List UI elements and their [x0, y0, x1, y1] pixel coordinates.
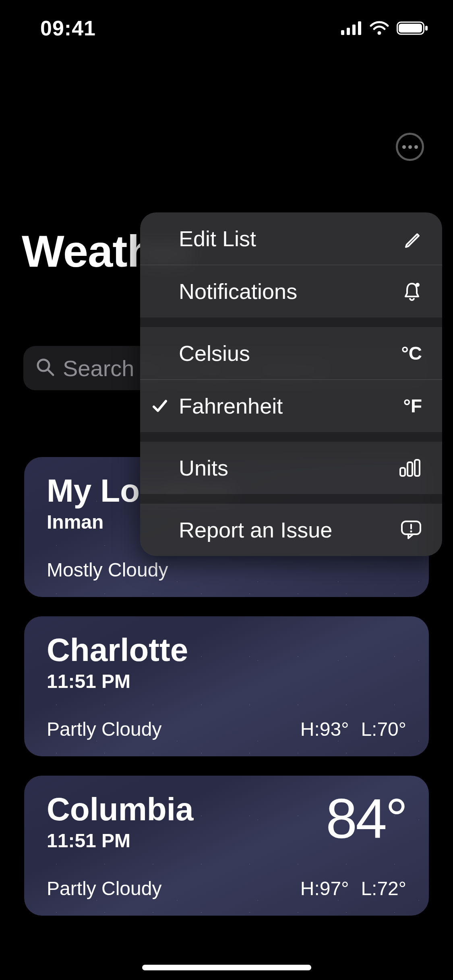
svg-rect-11: [400, 468, 405, 476]
svg-rect-12: [407, 462, 412, 476]
location-temp: 84°: [326, 793, 406, 844]
location-title: Charlotte: [47, 634, 188, 666]
svg-point-10: [416, 283, 420, 287]
menu-item-edit-list[interactable]: Edit List: [140, 212, 442, 265]
status-time: 09:41: [24, 16, 96, 40]
location-hi-lo: H:97° L:72°: [300, 877, 406, 900]
bars-icon: [399, 458, 422, 478]
ellipsis-icon: [402, 145, 406, 149]
status-bar: 09:41: [0, 0, 453, 56]
options-menu: Edit List Notifications Celsius °C Fahre…: [140, 212, 442, 556]
svg-point-4: [378, 31, 381, 35]
celsius-icon: °C: [401, 342, 422, 364]
menu-label: Notifications: [179, 279, 402, 304]
bell-icon: [402, 281, 422, 301]
svg-rect-2: [352, 25, 356, 35]
location-condition: Mostly Cloudy: [47, 559, 168, 581]
cellular-icon: [341, 21, 362, 35]
home-indicator[interactable]: [142, 965, 311, 970]
menu-item-report-issue[interactable]: Report an Issue: [140, 504, 442, 556]
menu-label: Units: [179, 455, 399, 480]
location-card[interactable]: Charlotte 11:51 PM Partly Cloudy H:93° L…: [24, 616, 429, 756]
wifi-icon: [369, 21, 389, 35]
svg-rect-0: [341, 30, 344, 35]
report-icon: [400, 520, 422, 540]
battery-icon: [397, 21, 429, 35]
menu-label: Fahrenheit: [179, 393, 403, 418]
location-condition: Partly Cloudy: [47, 877, 161, 900]
menu-item-celsius[interactable]: Celsius °C: [140, 327, 442, 379]
svg-rect-1: [347, 28, 350, 35]
svg-point-16: [410, 531, 412, 533]
menu-label: Report an Issue: [179, 517, 400, 542]
checkmark-icon: [140, 397, 179, 415]
location-subtitle: 11:51 PM: [47, 830, 193, 852]
menu-item-fahrenheit[interactable]: Fahrenheit °F: [140, 380, 442, 432]
more-button[interactable]: [396, 133, 424, 161]
svg-rect-6: [399, 24, 422, 33]
menu-item-notifications[interactable]: Notifications: [140, 265, 442, 317]
fahrenheit-icon: °F: [403, 395, 422, 417]
status-right: [341, 21, 429, 35]
pencil-icon: [403, 229, 422, 248]
svg-rect-7: [425, 26, 428, 31]
location-condition: Partly Cloudy: [47, 718, 161, 740]
svg-line-9: [48, 370, 53, 375]
location-hi-lo: H:93° L:70°: [300, 718, 406, 740]
svg-rect-3: [358, 21, 361, 35]
search-icon: [35, 357, 63, 379]
menu-label: Celsius: [179, 341, 401, 366]
location-title: Columbia: [47, 793, 193, 826]
location-card[interactable]: Columbia 11:51 PM 84° Partly Cloudy H:97…: [24, 776, 429, 916]
svg-rect-13: [415, 460, 420, 476]
menu-item-units[interactable]: Units: [140, 442, 442, 494]
menu-label: Edit List: [179, 226, 403, 251]
location-subtitle: 11:51 PM: [47, 670, 188, 692]
